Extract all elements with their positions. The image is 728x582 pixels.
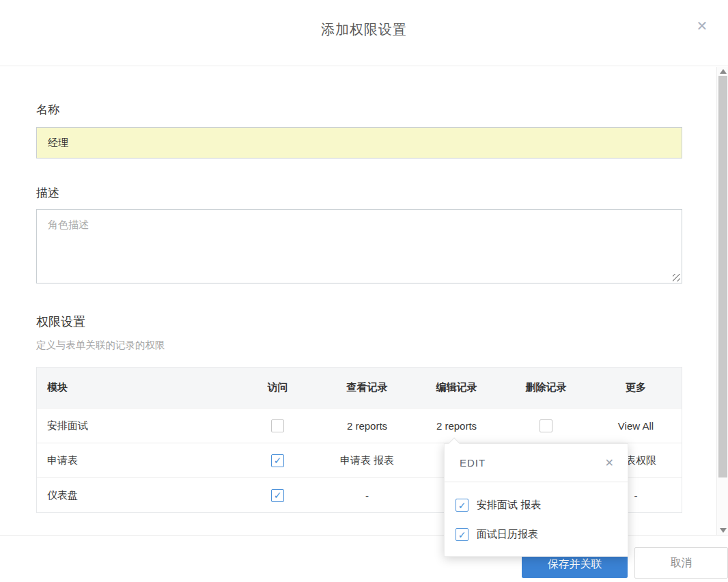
- permissions-heading: 权限设置: [36, 314, 85, 330]
- checkbox-unchecked[interactable]: ✓: [540, 419, 552, 432]
- dialog-header: 添加权限设置 ✕: [0, 0, 728, 66]
- module-name: 仪表盘: [37, 478, 233, 512]
- popup-close-icon[interactable]: ✕: [605, 456, 614, 469]
- edit-records-cell[interactable]: 2 reports: [412, 408, 501, 443]
- table-row: 安排面试✓2 reports2 reports✓View All: [37, 408, 682, 443]
- checkbox-checked[interactable]: ✓: [456, 499, 468, 512]
- scrollbar-thumb[interactable]: [718, 76, 727, 477]
- resize-handle-icon[interactable]: [673, 274, 680, 281]
- checkbox-checked[interactable]: ✓: [271, 454, 284, 467]
- delete-cell: ✓: [501, 408, 591, 443]
- table-header-row: 模块访问查看记录编辑记录删除记录更多: [37, 368, 682, 408]
- scroll-up-icon[interactable]: [720, 69, 727, 74]
- scroll-down-icon[interactable]: [720, 528, 727, 533]
- report-option[interactable]: ✓面试日历报表: [445, 528, 628, 541]
- access-cell: ✓: [233, 443, 322, 477]
- column-header: 更多: [591, 368, 681, 408]
- checkbox-checked[interactable]: ✓: [271, 489, 284, 502]
- column-header: 查看记录: [322, 368, 412, 408]
- column-header: 模块: [37, 368, 233, 408]
- column-header: 访问: [233, 368, 322, 408]
- vertical-scrollbar[interactable]: [716, 67, 728, 535]
- access-cell: ✓: [233, 478, 322, 512]
- view-records-cell[interactable]: 2 reports: [322, 408, 412, 443]
- report-option-label: 安排面试 报表: [477, 499, 541, 512]
- dialog-title: 添加权限设置: [0, 20, 728, 39]
- edit-reports-popup: EDIT ✕ ✓安排面试 报表✓面试日历报表: [444, 443, 628, 557]
- more-cell[interactable]: View All: [591, 408, 681, 443]
- view-records-cell[interactable]: 申请表 报表: [322, 443, 412, 477]
- cancel-button[interactable]: 取消: [634, 547, 728, 579]
- description-label: 描述: [36, 185, 59, 201]
- name-label: 名称: [36, 102, 59, 117]
- access-cell: ✓: [233, 408, 322, 443]
- column-header: 删除记录: [501, 368, 591, 408]
- permissions-subtitle: 定义与表单关联的记录的权限: [36, 339, 165, 352]
- dialog-close-icon[interactable]: ✕: [692, 16, 712, 36]
- module-name: 安排面试: [37, 408, 233, 443]
- report-option[interactable]: ✓安排面试 报表: [445, 499, 628, 512]
- description-input[interactable]: [36, 209, 682, 283]
- popup-title: EDIT: [460, 457, 605, 469]
- checkbox-checked[interactable]: ✓: [456, 528, 468, 541]
- module-name: 申请表: [37, 443, 233, 477]
- column-header: 编辑记录: [412, 368, 501, 408]
- popup-header: EDIT ✕: [445, 444, 628, 482]
- view-records-cell[interactable]: -: [322, 478, 412, 512]
- name-input[interactable]: [36, 127, 682, 158]
- report-option-label: 面试日历报表: [477, 528, 538, 541]
- checkbox-unchecked[interactable]: ✓: [271, 419, 284, 432]
